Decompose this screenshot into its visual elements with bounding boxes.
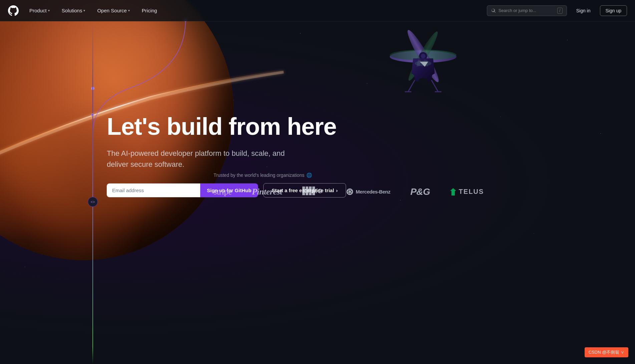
nav-solutions[interactable]: Solutions ▾ [56, 5, 91, 16]
hero-section: <> [0, 0, 635, 364]
svg-point-7 [421, 54, 425, 58]
product-chevron-icon: ▾ [48, 9, 50, 12]
vertical-line [92, 21, 93, 364]
kpmg-logo: KPMG [302, 186, 326, 198]
line-dot-top [91, 113, 94, 116]
code-badge[interactable]: <> [88, 197, 98, 207]
nav-open-source[interactable]: Open Source ▾ [92, 5, 135, 16]
search-shortcut: / [557, 8, 562, 14]
pg-logo: P&G [410, 187, 430, 197]
signup-button[interactable]: Sign up [600, 5, 627, 16]
email-input[interactable] [107, 184, 200, 197]
trusted-section: Trusted by the world's leading organizat… [214, 172, 484, 198]
search-icon [491, 8, 496, 13]
navbar: Product ▾ Solutions ▾ Open Source ▾ Pric… [0, 0, 635, 21]
nav-product[interactable]: Product ▾ [24, 5, 55, 16]
telus-icon [450, 188, 456, 196]
mercedes-logo: ⊛ Mercedes-Benz [346, 186, 390, 197]
svg-text:KPMG: KPMG [302, 188, 323, 195]
signin-button[interactable]: Sign in [571, 6, 596, 16]
drone-illustration [385, 30, 461, 97]
search-bar[interactable]: Search or jump to... / [487, 5, 567, 16]
trusted-logos: stripe Pinterest KPMG ⊛ Mercedes-Benz P&… [214, 186, 484, 198]
github-logo[interactable] [8, 5, 19, 16]
search-placeholder-text: Search or jump to... [499, 8, 555, 13]
hero-subtitle: The AI-powered developer platform to bui… [107, 148, 307, 170]
nav-menu: Product ▾ Solutions ▾ Open Source ▾ Pric… [24, 5, 487, 16]
csdn-badge[interactable]: CSDN @不倒翁 ∨ [585, 347, 628, 357]
solutions-chevron-icon: ▾ [83, 9, 85, 12]
telus-logo: TELUS [450, 188, 484, 196]
hero-title: Let's build from here [107, 113, 346, 140]
stripe-logo: stripe [214, 187, 232, 197]
svg-line-9 [408, 80, 415, 92]
navbar-right: Search or jump to... / Sign in Sign up [487, 5, 627, 16]
hero-content: Let's build from here The AI-powered dev… [107, 113, 346, 218]
trusted-label: Trusted by the world's leading organizat… [214, 172, 484, 178]
open-source-chevron-icon: ▾ [128, 9, 130, 12]
nav-pricing[interactable]: Pricing [136, 5, 163, 16]
svg-point-13 [415, 61, 431, 66]
pinterest-logo: Pinterest [252, 187, 282, 197]
globe-icon: 🌐 [306, 172, 312, 178]
